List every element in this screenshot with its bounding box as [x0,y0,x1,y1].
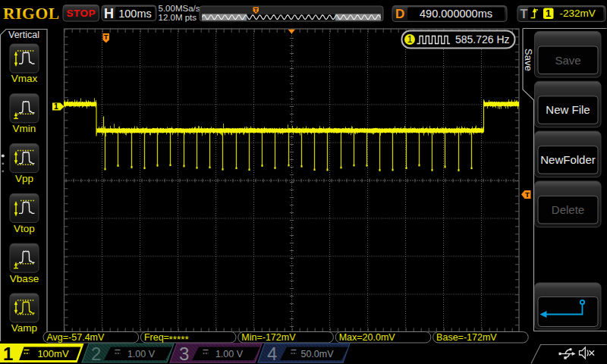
svg-text:5.00MSa/s: 5.00MSa/s [159,4,200,13]
svg-text:12.0M pts: 12.0M pts [159,13,197,22]
svg-text:T: T [521,8,528,20]
svg-text:1: 1 [54,102,58,111]
svg-text:NewFolder: NewFolder [540,153,596,166]
svg-text:Delete: Delete [552,203,584,216]
svg-text:T: T [104,33,109,41]
svg-text:Max=20.0mV: Max=20.0mV [339,332,396,343]
svg-text:T: T [254,7,258,14]
svg-text:Base=-172mV: Base=-172mV [436,332,497,343]
svg-text:50.0mV: 50.0mV [300,349,334,359]
svg-text:Vtop: Vtop [14,223,35,234]
svg-text:1.00 V: 1.00 V [215,349,244,359]
svg-text:1: 1 [3,344,13,364]
svg-text:Vmax: Vmax [11,73,38,84]
svg-text:Avg=-57.4mV: Avg=-57.4mV [47,332,105,343]
svg-text:Save: Save [523,49,534,71]
svg-text:100mV: 100mV [37,348,69,359]
svg-text:Vamp: Vamp [11,322,37,334]
svg-text:3: 3 [179,344,189,364]
svg-text:Vpp: Vpp [15,173,33,184]
svg-text:585.726 Hz: 585.726 Hz [455,33,510,46]
svg-text:RIGOL: RIGOL [3,5,60,23]
svg-text:STOP: STOP [66,8,96,19]
svg-text:T: T [525,190,530,199]
svg-text:1.00 V: 1.00 V [127,349,156,359]
svg-text:H: H [104,6,114,21]
svg-text:1: 1 [407,34,413,45]
svg-text:Vertical: Vertical [8,30,39,40]
svg-text:490.000000ms: 490.000000ms [420,8,492,20]
svg-text:Vbase: Vbase [10,273,39,284]
svg-text:100ms: 100ms [118,8,152,20]
svg-text:D: D [395,7,404,21]
svg-text:2: 2 [91,344,101,364]
svg-text:-232mV: -232mV [560,8,596,19]
svg-text:Vmin: Vmin [13,123,36,134]
svg-text:New File: New File [546,103,590,116]
svg-text:1: 1 [546,8,551,19]
svg-text:Save: Save [555,54,580,67]
svg-text:Freq=: Freq= [144,332,169,343]
svg-text:4: 4 [267,344,277,364]
svg-text:Min=-172mV: Min=-172mV [241,332,296,343]
